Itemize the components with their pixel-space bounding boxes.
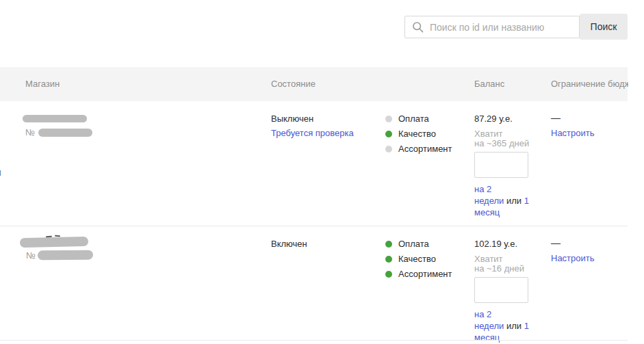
- redaction-artifact: [55, 235, 60, 237]
- topup-links: на 2 недели или 1 месяц: [474, 183, 537, 218]
- balance-note: Хватит: [474, 129, 503, 139]
- balance-note: Хватит: [474, 254, 503, 264]
- balance-note-days: на ~16 дней: [474, 263, 524, 274]
- balance-amount: 102.19 у.е.: [474, 239, 517, 249]
- topup-two-weeks-link[interactable]: на 2: [474, 184, 491, 194]
- topup-conjunction: или: [506, 196, 521, 206]
- shop-state-text: Включен: [271, 239, 307, 249]
- configure-budget-link[interactable]: Настроить: [551, 128, 595, 138]
- status-item-payment: Оплата: [385, 114, 429, 124]
- status-item-quality: Качество: [385, 129, 436, 139]
- shop-number-label: №: [25, 127, 35, 137]
- column-header-budget-limit: Ограничение бюдж: [551, 79, 628, 89]
- shop-number-label: №: [26, 250, 36, 261]
- redacted-shop-name: [23, 115, 87, 122]
- status-item-assortment: Ассортимент: [385, 144, 452, 154]
- redacted-shop-id: [38, 129, 92, 137]
- status-item-assortment: Ассортимент: [385, 269, 452, 279]
- topup-amount-input[interactable]: [474, 152, 528, 178]
- table-row: № Включен Оплата Качество Ассортимент 10…: [0, 226, 628, 340]
- topup-conjunction: или: [506, 321, 521, 331]
- search-button[interactable]: Поиск: [580, 14, 628, 40]
- status-label: Качество: [398, 129, 436, 139]
- topup-one-month-link[interactable]: 1: [524, 196, 529, 206]
- table-row: № Выключен Требуется проверка Оплата Кач…: [0, 101, 628, 226]
- balance-note-days: на ~365 дней: [474, 138, 529, 148]
- budget-limit-value: —: [551, 112, 561, 123]
- shop-state-text: Выключен: [271, 114, 313, 124]
- status-label: Качество: [398, 254, 436, 264]
- table-header: Магазин Состояние Баланс Ограничение бюд…: [0, 67, 628, 101]
- status-label: Оплата: [398, 239, 429, 249]
- status-dot: [385, 256, 392, 263]
- topup-two-weeks-link[interactable]: на 2: [474, 309, 491, 319]
- search-input[interactable]: [404, 16, 580, 38]
- column-header-state: Состояние: [271, 79, 315, 89]
- status-item-quality: Качество: [385, 254, 436, 264]
- shops-management-page: Поиск п Магазин Состояние Баланс Огранич…: [0, 0, 644, 344]
- topup-one-month-link[interactable]: месяц: [474, 332, 500, 343]
- status-dot: [385, 271, 392, 278]
- status-dot: [385, 116, 392, 122]
- balance-amount: 87.29 у.е.: [474, 114, 513, 124]
- column-header-balance: Баланс: [474, 79, 504, 89]
- topup-two-weeks-link[interactable]: недели: [474, 196, 504, 206]
- topup-two-weeks-link[interactable]: недели: [474, 321, 504, 331]
- configure-budget-link[interactable]: Настроить: [551, 253, 595, 263]
- status-dot: [385, 146, 392, 153]
- status-item-payment: Оплата: [385, 239, 429, 249]
- column-header-shop: Магазин: [25, 79, 60, 89]
- status-dot: [385, 241, 392, 248]
- row-divider: [0, 340, 628, 341]
- state-check-link[interactable]: Требуется проверка: [271, 128, 354, 138]
- redacted-shop-id: [38, 250, 93, 261]
- status-label: Ассортимент: [398, 144, 452, 154]
- topup-one-month-link[interactable]: 1: [524, 321, 529, 331]
- topup-amount-input[interactable]: [474, 277, 528, 303]
- status-label: Оплата: [398, 114, 429, 124]
- status-dot: [385, 131, 392, 137]
- topup-one-month-link[interactable]: месяц: [474, 207, 500, 217]
- redacted-shop-name: [20, 237, 88, 248]
- topup-links: на 2 недели или 1 месяц: [474, 308, 537, 343]
- search-box: Поиск: [404, 14, 628, 40]
- budget-limit-value: —: [551, 237, 561, 248]
- status-label: Ассортимент: [398, 269, 452, 279]
